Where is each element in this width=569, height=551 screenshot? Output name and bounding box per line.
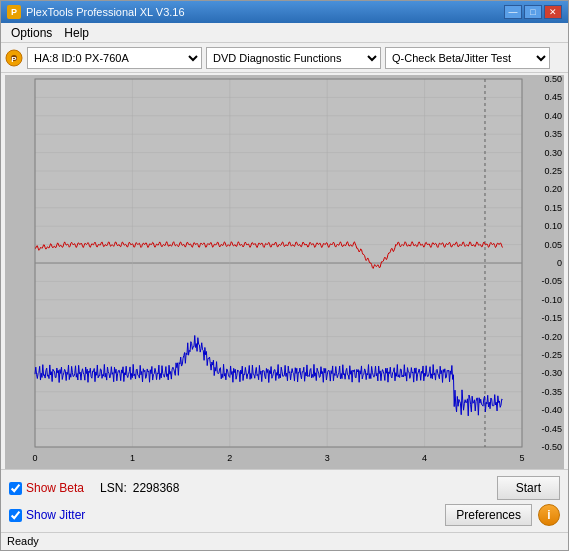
maximize-button[interactable]: □ [524, 5, 542, 19]
drive-select[interactable]: HA:8 ID:0 PX-760A [27, 47, 202, 69]
title-bar-buttons: — □ ✕ [504, 5, 562, 19]
show-beta-checkbox[interactable] [9, 482, 22, 495]
status-text: Ready [7, 535, 39, 547]
chart-canvas [5, 75, 564, 469]
close-button[interactable]: ✕ [544, 5, 562, 19]
show-beta-label: Show Beta [26, 481, 84, 495]
toolbar: P HA:8 ID:0 PX-760A DVD Diagnostic Funct… [1, 43, 568, 73]
title-bar: P PlexTools Professional XL V3.16 — □ ✕ [1, 1, 568, 23]
preferences-button[interactable]: Preferences [445, 504, 532, 526]
minimize-button[interactable]: — [504, 5, 522, 19]
drive-icon: P [5, 49, 23, 67]
start-button[interactable]: Start [497, 476, 560, 500]
menu-bar: Options Help [1, 23, 568, 43]
function-select[interactable]: DVD Diagnostic Functions [206, 47, 381, 69]
status-bar: Ready [1, 532, 568, 550]
menu-help[interactable]: Help [58, 25, 95, 40]
test-select[interactable]: Q-Check Beta/Jitter Test [385, 47, 550, 69]
bottom-row1: Show Beta LSN: 2298368 Start [9, 476, 560, 500]
show-jitter-checkbox-label[interactable]: Show Jitter [9, 508, 85, 522]
main-window: P PlexTools Professional XL V3.16 — □ ✕ … [0, 0, 569, 551]
window-title: PlexTools Professional XL V3.16 [26, 6, 504, 18]
bottom-panel: Show Beta LSN: 2298368 Start Show Jitter… [1, 469, 568, 532]
app-icon: P [7, 5, 21, 19]
show-beta-checkbox-label[interactable]: Show Beta [9, 481, 84, 495]
menu-options[interactable]: Options [5, 25, 58, 40]
lsn-value: 2298368 [133, 481, 180, 495]
show-jitter-label: Show Jitter [26, 508, 85, 522]
svg-text:P: P [11, 55, 17, 64]
show-jitter-checkbox[interactable] [9, 509, 22, 522]
lsn-area: LSN: 2298368 [100, 481, 497, 495]
bottom-row2: Show Jitter Preferences i [9, 504, 560, 526]
chart-area: High Low [5, 75, 564, 469]
info-button[interactable]: i [538, 504, 560, 526]
lsn-label: LSN: [100, 481, 127, 495]
